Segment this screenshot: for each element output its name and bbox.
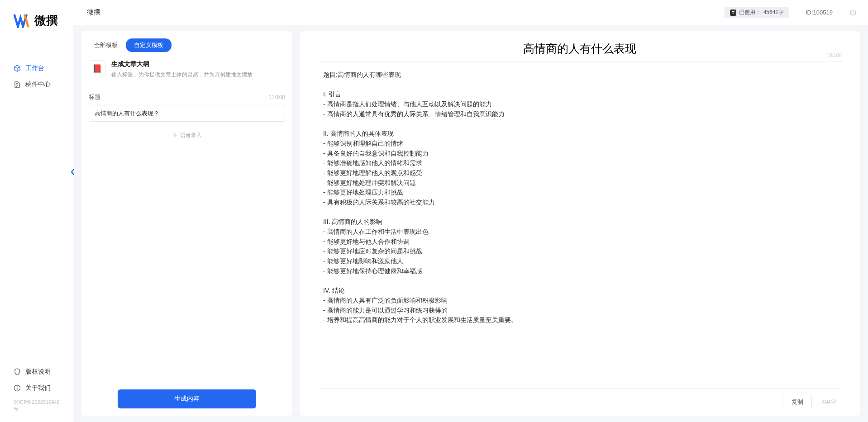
nav-about[interactable]: 关于我们 — [0, 380, 73, 396]
main: 全部模板 自定义模板 📕 生成文章大纲 输入标题，为你提供文章主体的灵感，并为其… — [73, 25, 868, 422]
template-panel: 全部模板 自定义模板 📕 生成文章大纲 输入标题，为你提供文章主体的灵感，并为其… — [81, 31, 292, 416]
output-body[interactable]: 题目:高情商的人有哪些表现 I. 引言 - 高情商是指人们处理情绪、与他人互动以… — [300, 62, 860, 388]
page-title: 微撰 — [87, 8, 100, 17]
header-right: T 已使用： 45641字 ID:100519 — [725, 7, 857, 18]
usage-label: 已使用： — [739, 9, 761, 16]
sidebar: 微撰 工作台 稿件中心 版权说明 — [0, 0, 73, 422]
output-title-counter: 10/100 — [826, 52, 842, 58]
tab-custom-templates[interactable]: 自定义模板 — [126, 38, 172, 52]
bottom-label: 关于我们 — [25, 384, 51, 392]
voice-input[interactable]: 语音录入 — [89, 132, 285, 139]
template-card: 📕 生成文章大纲 输入标题，为你提供文章主体的灵感，并为其创建推文摆放 — [81, 57, 292, 87]
title-label: 标题 — [89, 93, 100, 101]
nav-label: 工作台 — [25, 64, 44, 72]
logo-icon — [14, 14, 31, 28]
icp-text: 鄂ICP备2022016946号 — [0, 396, 73, 415]
output-title[interactable]: 高情商的人有什么表现 — [336, 41, 824, 56]
template-title: 生成文章大纲 — [111, 60, 285, 68]
generate-button[interactable]: 生成内容 — [118, 389, 256, 408]
usage-badge[interactable]: T 已使用： 45641字 — [725, 7, 789, 18]
svg-rect-2 — [174, 133, 176, 136]
mic-icon — [172, 133, 178, 138]
sidebar-bottom: 版权说明 关于我们 鄂ICP备2022016946号 — [0, 364, 73, 422]
usage-value: 45641字 — [763, 9, 784, 16]
document-icon — [14, 81, 21, 88]
output-word-count: 404字 — [822, 398, 836, 406]
bottom-label: 版权说明 — [25, 368, 51, 376]
text-icon: T — [730, 9, 736, 16]
svg-point-1 — [17, 386, 18, 387]
title-input[interactable] — [89, 105, 285, 122]
tab-all-templates[interactable]: 全部模板 — [86, 38, 126, 52]
logo[interactable]: 微撰 — [0, 0, 73, 38]
info-icon — [14, 384, 21, 392]
template-desc: 输入标题，为你提供文章主体的灵感，并为其创建推文摆放 — [111, 71, 285, 79]
cube-icon — [14, 65, 21, 72]
form-section: 标题 11/100 语音录入 — [81, 87, 292, 146]
header: 微撰 T 已使用： 45641字 ID:100519 — [73, 0, 868, 25]
template-info: 生成文章大纲 输入标题，为你提供文章主体的灵感，并为其创建推文摆放 — [111, 60, 285, 79]
shield-icon — [14, 368, 21, 375]
nav-copyright[interactable]: 版权说明 — [0, 364, 73, 380]
copy-button[interactable]: 复制 — [783, 395, 812, 409]
output-panel: 高情商的人有什么表现 10/100 题目:高情商的人有哪些表现 I. 引言 - … — [300, 31, 860, 416]
nav-label: 稿件中心 — [25, 81, 51, 89]
output-header: 高情商的人有什么表现 10/100 — [318, 41, 842, 62]
nav-drafts[interactable]: 稿件中心 — [0, 76, 73, 93]
user-id: ID:100519 — [806, 9, 833, 16]
title-counter: 11/100 — [268, 94, 285, 100]
power-icon[interactable] — [849, 9, 857, 17]
output-footer: 复制 404字 — [318, 388, 842, 416]
sidebar-nav: 工作台 稿件中心 — [0, 60, 73, 364]
template-icon: 📕 — [89, 60, 106, 77]
logo-text: 微撰 — [34, 13, 58, 28]
voice-hint: 语音录入 — [180, 132, 202, 139]
nav-workspace[interactable]: 工作台 — [0, 60, 73, 76]
template-tabs: 全部模板 自定义模板 — [81, 31, 292, 57]
